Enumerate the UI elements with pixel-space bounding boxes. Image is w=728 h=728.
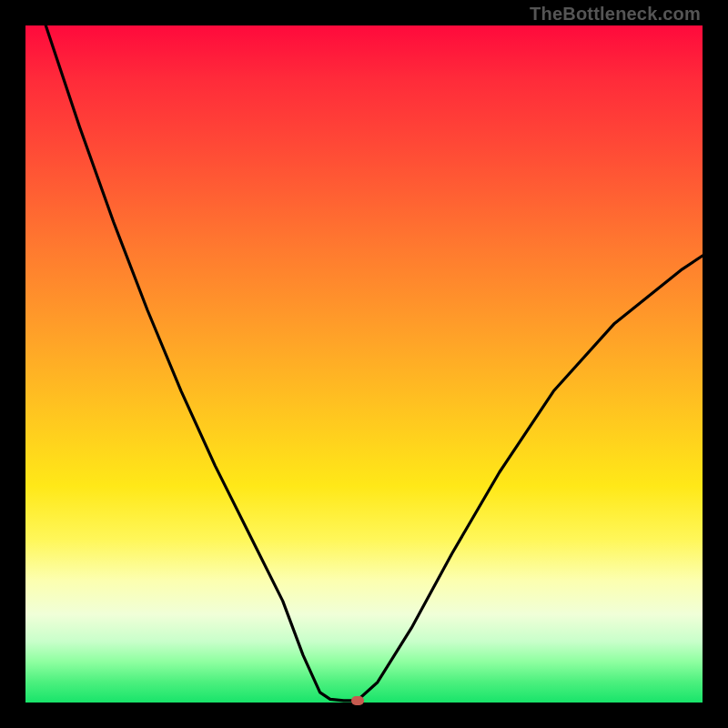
curve-path xyxy=(46,25,703,701)
watermark-text: TheBottleneck.com xyxy=(530,4,701,25)
bottleneck-curve xyxy=(25,25,703,703)
plot-area xyxy=(25,25,703,703)
chart-frame: TheBottleneck.com xyxy=(0,0,728,728)
minimum-marker xyxy=(351,696,364,705)
